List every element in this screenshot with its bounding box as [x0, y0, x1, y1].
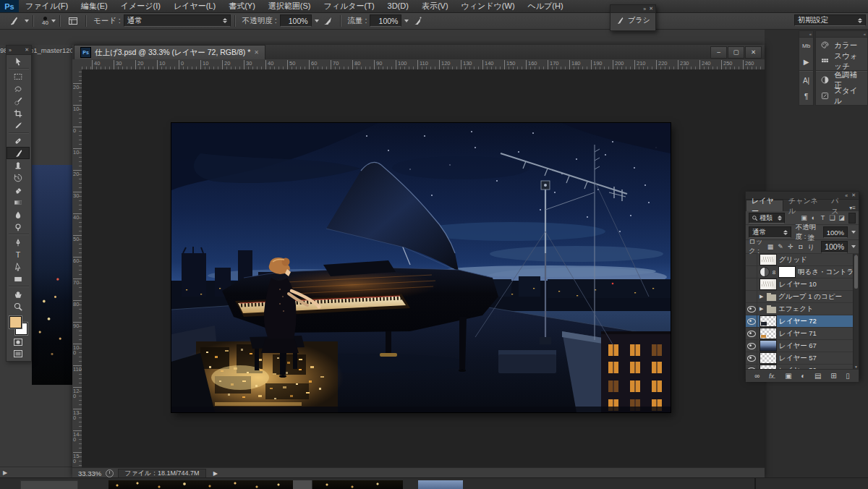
filter-adjustment-icon[interactable]: ◐ — [809, 214, 817, 221]
zoom-level[interactable]: 33.33% — [78, 469, 101, 477]
visibility-toggle[interactable] — [746, 254, 757, 265]
canvas-pasteboard[interactable] — [82, 69, 765, 467]
fill-dropdown-icon[interactable] — [851, 245, 856, 248]
mini-bridge-icon[interactable]: Mb — [799, 38, 813, 54]
filter-shape-icon[interactable]: ❑ — [828, 214, 836, 221]
background-document-tab[interactable]: p1_master1200.jpg — [30, 46, 72, 57]
layer-style-icon[interactable]: fx. — [769, 373, 776, 380]
screen-mode-button[interactable] — [7, 348, 30, 360]
expand-group-icon[interactable]: ▶ — [760, 294, 765, 299]
blend-mode-select[interactable]: 通常 — [749, 226, 791, 238]
panel-button-styles[interactable]: スタイル — [816, 88, 867, 104]
clone-stamp-tool[interactable] — [7, 159, 30, 171]
layer-thumbnail[interactable] — [760, 340, 777, 352]
gradient-tool[interactable] — [7, 196, 30, 208]
filter-type-icon[interactable]: T — [819, 214, 827, 221]
panel-collapse-icon[interactable]: « — [845, 193, 848, 198]
scrollbar-thumb[interactable] — [854, 255, 858, 289]
layers-tab[interactable]: チャンネル — [783, 200, 826, 211]
layer-mask-thumbnail[interactable] — [778, 266, 796, 278]
visibility-toggle[interactable] — [746, 303, 757, 315]
quick-mask-button[interactable] — [7, 336, 30, 348]
layers-tab[interactable]: パス — [826, 200, 849, 211]
menu-item[interactable]: ヘルプ(H) — [522, 0, 570, 12]
new-group-icon[interactable]: ▤ — [814, 372, 821, 380]
layer-thumbnail[interactable] — [760, 254, 777, 265]
add-layer-mask-icon[interactable]: ▣ — [785, 372, 791, 380]
eyedropper-tool[interactable] — [7, 119, 30, 132]
lock-position-icon[interactable]: ✛ — [787, 243, 795, 250]
character-panel-icon[interactable]: A| — [799, 72, 813, 88]
airbrush-icon[interactable] — [409, 14, 426, 27]
expand-group-icon[interactable]: ▶ — [760, 306, 765, 312]
menu-item[interactable]: 3D(D) — [381, 0, 415, 12]
visibility-toggle[interactable] — [746, 315, 757, 327]
layer-thumbnail[interactable] — [760, 365, 777, 369]
new-adjustment-layer-icon[interactable]: ◐ — [801, 372, 805, 380]
blend-stepper-icon[interactable] — [783, 230, 788, 235]
tool-preset-icon[interactable] — [4, 14, 22, 27]
lock-transparency-icon[interactable]: ▦ — [767, 243, 775, 250]
visibility-toggle[interactable] — [746, 291, 757, 302]
type-tool[interactable]: T — [7, 248, 30, 260]
fill-input[interactable]: 100% — [821, 241, 848, 253]
pressure-opacity-icon[interactable] — [319, 14, 336, 27]
dock-collapse-icon[interactable]: « — [799, 31, 813, 38]
filter-smart-object-icon[interactable]: ◪ — [838, 214, 846, 221]
visibility-toggle[interactable] — [746, 266, 757, 278]
maximize-button[interactable]: ▢ — [728, 46, 744, 59]
bottom-scrollbar-thumb[interactable] — [20, 480, 78, 489]
close-button[interactable]: ✕ — [745, 46, 762, 59]
minimize-button[interactable]: – — [710, 46, 727, 59]
move-tool[interactable] — [7, 55, 30, 67]
status-expand-icon[interactable]: ▶ — [3, 469, 7, 476]
panel-close-icon[interactable]: ✕ — [851, 192, 856, 198]
menu-item[interactable]: ファイル(F) — [19, 0, 75, 12]
lock-all-icon[interactable]: ◘ — [797, 243, 805, 250]
layers-tab[interactable]: レイヤー — [746, 200, 783, 211]
tab-close-icon[interactable]: ✕ — [254, 49, 259, 56]
zoom-tool[interactable] — [7, 300, 30, 312]
path-selection-tool[interactable] — [7, 260, 30, 273]
shape-tool[interactable] — [7, 273, 30, 285]
status-expand-icon[interactable]: ▶ — [213, 470, 218, 477]
layer-thumbnail[interactable] — [760, 278, 777, 290]
eraser-tool[interactable] — [7, 184, 30, 196]
layer-opacity-input[interactable]: 100% — [823, 226, 848, 238]
flow-input[interactable]: 100% — [370, 14, 401, 27]
popup-expand-icon[interactable]: » — [643, 7, 646, 12]
layer-thumbnail[interactable] — [760, 352, 777, 364]
layer-row[interactable]: ▶グループ 1 のコピー — [746, 291, 859, 303]
layer-thumbnail[interactable] — [760, 328, 777, 339]
menu-item[interactable]: 選択範囲(S) — [262, 0, 318, 12]
toggle-brush-panel-icon[interactable] — [64, 14, 82, 27]
layers-scrollbar[interactable]: ▲ ▼ — [853, 254, 859, 369]
workspace-selector[interactable]: 初期設定 — [794, 14, 866, 26]
menu-item[interactable]: ウィンドウ(W) — [455, 0, 522, 12]
layer-row[interactable]: レイヤー 71 — [746, 328, 859, 340]
dodge-tool[interactable] — [7, 221, 30, 233]
menu-item[interactable]: イメージ(I) — [114, 0, 167, 12]
paragraph-panel-icon[interactable]: ¶ — [799, 88, 813, 104]
filter-toggle[interactable] — [848, 213, 856, 224]
delete-layer-icon[interactable]: ▯ — [846, 372, 850, 380]
quick-selection-tool[interactable] — [7, 95, 30, 107]
marquee-tool[interactable] — [7, 70, 30, 82]
dock-collapse-icon[interactable]: « — [816, 31, 867, 38]
opacity-input[interactable]: 100% — [280, 14, 312, 27]
layer-row[interactable]: 8明るさ・コントラス... — [746, 266, 859, 278]
history-brush-tool[interactable] — [7, 171, 30, 184]
visibility-toggle[interactable] — [746, 340, 757, 352]
filter-stepper-icon[interactable] — [778, 216, 782, 221]
layer-row[interactable]: レイヤー 10 — [746, 278, 859, 291]
pen-tool[interactable] — [7, 236, 30, 248]
opacity-dropdown-icon[interactable] — [851, 231, 856, 234]
panel-menu-icon[interactable]: ▾≡ — [849, 205, 856, 211]
layer-row[interactable]: グリッド — [746, 254, 859, 266]
workspace-stepper-icon[interactable] — [858, 18, 862, 23]
brush-preset-picker[interactable]: 40 — [42, 17, 56, 25]
visibility-toggle[interactable] — [746, 365, 757, 369]
document-tab[interactable]: Ps 仕上げ3.psd @ 33.3% (レイヤー 72, RGB/8) * ✕ — [74, 45, 265, 59]
filter-pixel-icon[interactable]: ▣ — [800, 214, 808, 221]
layer-thumbnail[interactable] — [760, 315, 777, 327]
